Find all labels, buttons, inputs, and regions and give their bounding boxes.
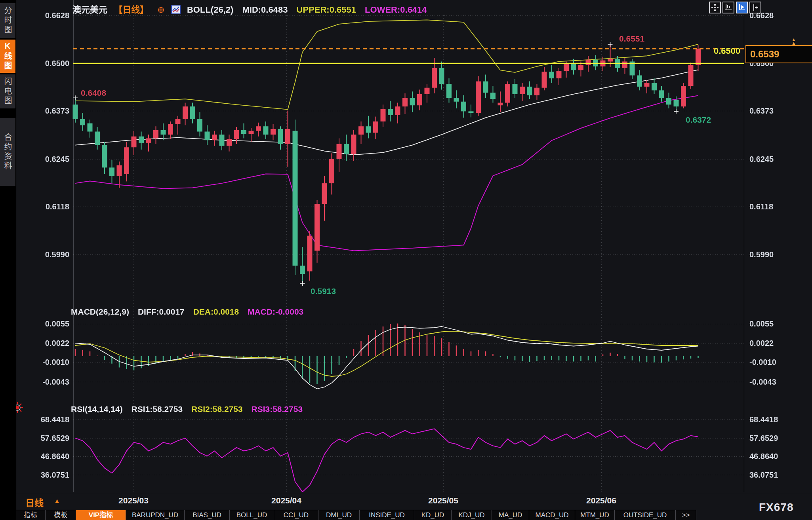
tab-MTMUD[interactable]: MTM_UD [575,510,615,520]
macd-axis-tick-left: -0.0043 [30,377,69,387]
macd-axis-tick-left: 0.0055 [30,319,69,328]
main-axis-tick-right: 0.5990 [749,250,774,259]
sidebar-item-0[interactable]: 分时图 [0,3,15,38]
yellow-hline-label: 0.6500 [714,46,740,56]
month-label: 2025/03 [118,496,149,505]
period-tag[interactable]: 【日线】 [114,5,149,15]
indicator-tabs-bar: 指标模板VIP指标BARUPDN_UDBIAS_UDBOLL_UDCCI_UDD… [16,510,696,520]
tab-MACDUD[interactable]: MACD_UD [529,510,575,520]
chart-toolbar [709,2,763,13]
kline-chart-icon[interactable] [171,5,181,17]
boll-lower-value: LOWER:0.6414 [365,5,427,15]
boll-mid-value: MID:0.6483 [242,5,288,15]
macd-indicator-label: MACD(26,12,9) [71,307,129,316]
trading-app: 分时图K线图闪电图合约资料 澳元美元 【日线】 ⊕ BOLL(26,2) MID… [0,0,812,520]
month-label: 2025/06 [586,496,616,505]
rsi-indicator-label: RSI(14,14,14) [71,404,123,414]
macd-axis-tick-left: -0.0010 [30,357,69,367]
watermark: FX678 [759,501,794,514]
price-mark-high: 0.6408 [81,88,106,98]
price-mark-low: 0.5913 [311,287,336,296]
main-axis-tick-left: 0.6245 [30,154,69,164]
price-mark-low: 0.6372 [686,115,711,125]
macd-diff-value: DIFF:0.0017 [138,307,185,316]
tab-BOLLUD[interactable]: BOLL_UD [230,510,274,520]
tab-cn0[interactable]: 指标 [16,510,46,520]
tab-MAUD[interactable]: MA_UD [492,510,529,520]
symbol-title: 澳元美元 [72,5,107,15]
tab-cn1[interactable]: 模板 [46,510,76,520]
time-axis-bar: 日线 ▲ 2025/032025/042025/052025/06 [0,493,812,510]
macd-axis-tick-right: 0.0055 [749,319,774,328]
tab-BARUPDNUD[interactable]: BARUPDN_UD [126,510,185,520]
main-axis-tick-right: 0.6245 [749,154,774,164]
boll-indicator-label: BOLL(26,2) [187,5,233,15]
sidebar-item-2[interactable]: 闪电图 [0,74,15,108]
sidebar-item-1[interactable]: K线图 [0,40,15,73]
macd-dea-value: DEA:0.0018 [193,307,239,316]
rsi-axis-tick-right: 57.6529 [749,433,778,443]
macd-axis-tick-right: -0.0043 [749,377,776,387]
macd-header: MACD(26,12,9) DIFF:0.0017 DEA:0.0018 MAC… [71,307,310,317]
scale-icon[interactable] [722,2,734,13]
price-mark-high: 0.6551 [619,34,644,44]
rsi-axis-tick-right: 46.8640 [749,452,778,461]
rsi1-value: RSI1:58.2753 [132,404,183,414]
rsi-axis-tick-left: 36.0751 [30,470,69,480]
tab-OUTSIDEUD[interactable]: OUTSIDE_UD [615,510,676,520]
month-label: 2025/05 [428,496,458,505]
sidebar-item-3[interactable]: 合约资料 [0,118,15,186]
tab-KDJUD[interactable]: KDJ_UD [452,510,492,520]
macd-axis-tick-left: 0.0022 [30,338,69,348]
boll-upper-value: UPPER:0.6551 [297,5,356,15]
main-axis-tick-right: 0.6118 [749,202,773,211]
chart-type-sidebar: 分时图K线图闪电图合约资料 [0,0,16,520]
tab-BIASUD[interactable]: BIAS_UD [185,510,230,520]
tab-VIP[interactable]: VIP指标 [76,510,126,520]
period-arrow-icon[interactable]: ▲ [54,497,60,505]
rsi-axis-tick-left: 46.8640 [30,452,69,461]
circle-plus-icon[interactable]: ⊕ [157,5,164,15]
tab-KDUD[interactable]: KD_UD [414,510,452,520]
rsi-axis-tick-right: 36.0751 [749,470,778,480]
playback-icon[interactable] [736,2,748,13]
pan-icon[interactable] [709,2,721,13]
tab-CCIUD[interactable]: CCI_UD [274,510,318,520]
macd-axis-tick-right: 0.0022 [749,338,774,348]
month-label: 2025/04 [271,496,301,505]
main-axis-tick-left: 0.6118 [30,202,69,211]
main-axis-tick-left: 0.6628 [30,11,69,20]
main-axis-tick-right: 0.6373 [749,106,774,116]
last-price-box: 0.6539 [745,45,812,63]
macd-axis-tick-right: -0.0010 [749,357,776,367]
period-selector[interactable]: 日线 [25,495,44,509]
rsi-axis-tick-left: 57.6529 [30,433,69,443]
main-axis-tick-left: 0.6373 [30,106,69,116]
rsi-axis-tick-right: 68.4418 [749,415,778,424]
macd-value: MACD:-0.0003 [248,307,303,316]
main-axis-tick-left: 0.5990 [30,250,69,259]
rsi3-value: RSI3:58.2753 [251,404,303,414]
rsi-axis-tick-left: 68.4418 [30,415,69,424]
tab-INSIDEUD[interactable]: INSIDE_UD [360,510,414,520]
tab-cn15[interactable]: >> [676,510,696,520]
scroll-latest-icon[interactable]: ▲▲ [791,38,796,45]
snap-right-icon[interactable] [749,2,761,13]
candlestick-chart-canvas[interactable] [0,0,812,493]
main-chart-header: 澳元美元 【日线】 ⊕ BOLL(26,2) MID:0.6483 UPPER:… [72,2,433,17]
tab-DMIUD[interactable]: DMI_UD [318,510,360,520]
main-axis-tick-left: 0.6500 [30,59,69,68]
rsi2-value: RSI2:58.2753 [191,404,243,414]
rsi-header: RSI(14,14,14) RSI1:58.2753 RSI2:58.2753 … [71,404,309,414]
